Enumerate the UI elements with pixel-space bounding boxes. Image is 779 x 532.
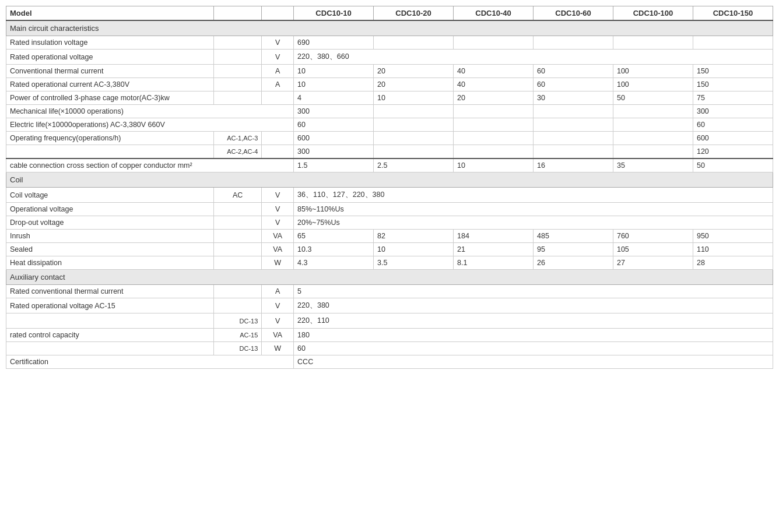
op-freq-label: Operating frequency(operations/h) — [6, 132, 214, 145]
rated-op-voltage-v10: 220、380、660 — [294, 50, 773, 65]
mech-life-v20 — [374, 105, 454, 118]
cdc10-40-header: CDC10-40 — [454, 6, 534, 21]
power-motor-unit — [262, 91, 294, 105]
rated-insulation-sub — [214, 36, 262, 50]
table-row: Operational voltage V 85%~110%Us — [6, 203, 773, 216]
table-header: Model CDC10-10 CDC10-20 CDC10-40 CDC10-6… — [6, 6, 773, 21]
elec-life-label: Electric life(×10000operations) AC-3,380… — [6, 118, 294, 132]
rated-ctrl-dc13-label-empty — [6, 342, 214, 355]
elec-life-v100 — [613, 118, 693, 132]
rated-op-current-v150: 150 — [693, 78, 773, 91]
op-freq2-label — [6, 145, 214, 159]
table-row: Operating frequency(operations/h) AC-1,A… — [6, 132, 773, 145]
op-voltage-label: Operational voltage — [6, 203, 214, 216]
power-motor-v100: 50 — [613, 91, 693, 105]
rated-insulation-v60 — [534, 36, 613, 50]
conv-thermal-label: Conventional thermal current — [6, 65, 214, 78]
rated-insulation-v10: 690 — [294, 36, 374, 50]
rated-op-current-v40: 40 — [454, 78, 534, 91]
heat-sub — [214, 256, 262, 270]
rated-op-v-ac15-v10: 220、380 — [294, 298, 773, 313]
power-motor-v10: 4 — [294, 91, 374, 105]
rated-insulation-v100 — [613, 36, 693, 50]
rated-ctrl-dc13-v10: 60 — [294, 342, 773, 355]
coil-voltage-label: Coil voltage — [6, 188, 214, 203]
op-freq2-v60 — [534, 145, 613, 159]
table-row: Coil voltage AC V 36、110、127、220、380 — [6, 188, 773, 203]
op-freq2-v40 — [454, 145, 534, 159]
certification-label: Certification — [6, 355, 294, 369]
rated-ctrl-ac15-v10: 180 — [294, 329, 773, 342]
mech-life-v10: 300 — [294, 105, 374, 118]
cdc10-100-header: CDC10-100 — [613, 6, 693, 21]
coil-voltage-sub: AC — [214, 188, 262, 203]
sealed-unit: VA — [262, 243, 294, 256]
rated-op-current-v20: 20 — [374, 78, 454, 91]
mech-life-v60 — [534, 105, 613, 118]
op-voltage-v10: 85%~110%Us — [294, 203, 773, 216]
sealed-v40: 21 — [454, 243, 534, 256]
rated-insulation-v40 — [454, 36, 534, 50]
dropout-v10: 20%~75%Us — [294, 216, 773, 230]
mech-life-v40 — [454, 105, 534, 118]
main-circuit-label: Main circuit characteristics — [6, 20, 773, 36]
table-row: rated control capacity AC-15 VA 180 — [6, 329, 773, 342]
power-motor-v20: 10 — [374, 91, 454, 105]
elec-life-v20 — [374, 118, 454, 132]
rated-conv-unit: A — [262, 285, 294, 298]
rated-insulation-v150 — [693, 36, 773, 50]
inrush-sub — [214, 230, 262, 243]
op-freq-v100 — [613, 132, 693, 145]
conv-thermal-sub — [214, 65, 262, 78]
cable-v10: 1.5 — [294, 158, 374, 172]
op-freq-v10: 600 — [294, 132, 374, 145]
rated-op-current-v60: 60 — [534, 78, 613, 91]
rated-conv-label: Rated conventional thermal current — [6, 285, 214, 298]
inrush-v100: 760 — [613, 230, 693, 243]
rated-ctrl-dc13-sub: DC-13 — [214, 342, 262, 355]
conv-thermal-v100: 100 — [613, 65, 693, 78]
op-freq-sub1: AC-1,AC-3 — [214, 132, 262, 145]
rated-op-voltage-unit: V — [262, 50, 294, 65]
certification-v10: CCC — [294, 355, 773, 369]
model-header: Model — [6, 6, 214, 21]
conv-thermal-v150: 150 — [693, 65, 773, 78]
elec-life-v40 — [454, 118, 534, 132]
inrush-v10: 65 — [294, 230, 374, 243]
cable-v40: 10 — [454, 158, 534, 172]
op-freq2-unit — [262, 145, 294, 159]
inrush-v40: 184 — [454, 230, 534, 243]
heat-v10: 4.3 — [294, 256, 374, 270]
power-motor-v150: 75 — [693, 91, 773, 105]
table-row: Drop-out voltage V 20%~75%Us — [6, 216, 773, 230]
sealed-v60: 95 — [534, 243, 613, 256]
op-freq2-v10: 300 — [294, 145, 374, 159]
inrush-unit: VA — [262, 230, 294, 243]
inrush-v60: 485 — [534, 230, 613, 243]
op-freq-v150: 600 — [693, 132, 773, 145]
rated-op-v-dc13-unit: V — [262, 313, 294, 329]
rated-op-current-v100: 100 — [613, 78, 693, 91]
sealed-v10: 10.3 — [294, 243, 374, 256]
cdc10-60-header: CDC10-60 — [534, 6, 613, 21]
dropout-unit: V — [262, 216, 294, 230]
mech-life-label: Mechanical life(×10000 operations) — [6, 105, 294, 118]
op-freq2-v20 — [374, 145, 454, 159]
table-row: Electric life(×10000operations) AC-3,380… — [6, 118, 773, 132]
op-voltage-sub — [214, 203, 262, 216]
cable-v150: 50 — [693, 158, 773, 172]
power-motor-label: Power of controlled 3-phase cage motor(A… — [6, 91, 214, 105]
coil-section: Coil — [6, 172, 773, 188]
coil-voltage-unit: V — [262, 188, 294, 203]
cable-v20: 2.5 — [374, 158, 454, 172]
elec-life-v10: 60 — [294, 118, 374, 132]
rated-op-v-ac15-sub — [214, 298, 262, 313]
sub-header1 — [214, 6, 262, 21]
dropout-sub — [214, 216, 262, 230]
conv-thermal-unit: A — [262, 65, 294, 78]
mech-life-v100 — [613, 105, 693, 118]
rated-insulation-unit: V — [262, 36, 294, 50]
rated-op-current-v10: 10 — [294, 78, 374, 91]
rated-ctrl-ac15-sub: AC-15 — [214, 329, 262, 342]
sealed-v100: 105 — [613, 243, 693, 256]
